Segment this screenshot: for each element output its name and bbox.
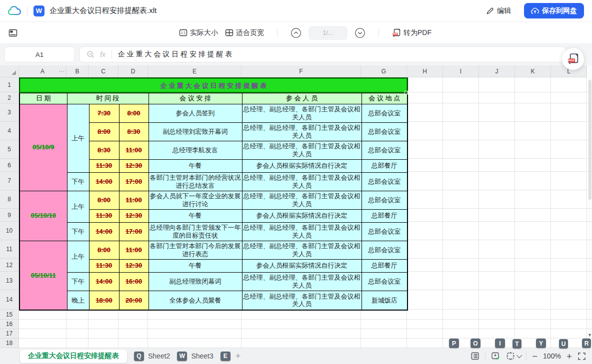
- key-hint-badge[interactable]: P: [449, 339, 459, 348]
- time-end-cell[interactable]: 11:00: [119, 191, 148, 209]
- attendees-cell[interactable]: 总经理、副总经理、各部门主管及会议相关人员: [242, 104, 362, 122]
- meeting-cell[interactable]: 副总经理刘宏致开幕词: [148, 122, 242, 141]
- sheet-tab-sheet3[interactable]: Sheet3: [191, 352, 213, 360]
- column-header-K[interactable]: K: [515, 65, 551, 77]
- zoom-in-button[interactable]: +: [566, 352, 572, 361]
- column-header-J[interactable]: J: [479, 65, 515, 77]
- location-cell[interactable]: 新城饭店: [362, 291, 408, 310]
- cell-reference-box[interactable]: A1: [4, 46, 75, 62]
- select-all-corner[interactable]: [0, 65, 19, 77]
- row-header-5[interactable]: 5: [0, 140, 19, 159]
- new-view-button[interactable]: [491, 352, 500, 361]
- time-end-cell[interactable]: 16:00: [119, 272, 148, 291]
- time-start-cell[interactable]: 8:30: [89, 141, 119, 159]
- meeting-cell[interactable]: 参会人员就下一年度企业的发展进行讨论: [148, 191, 242, 209]
- table-title-cell[interactable]: 企 业 重 大 会 议 日 程 安 排 提 醒 表: [20, 78, 408, 93]
- zoom-level[interactable]: 100%: [543, 352, 561, 360]
- attendees-cell[interactable]: 参会人员根据实际情况自行决定: [242, 209, 362, 222]
- key-hint-badge[interactable]: R: [582, 339, 591, 348]
- time-start-cell[interactable]: 14:00: [89, 172, 119, 191]
- time-start-cell[interactable]: 18:00: [89, 291, 119, 310]
- time-start-cell[interactable]: 11:30: [89, 159, 119, 172]
- row-header-4[interactable]: 4: [0, 122, 19, 140]
- attendees-cell[interactable]: 参会人员根据实际情况自行决定: [242, 259, 362, 272]
- time-start-cell[interactable]: 14:00: [89, 272, 119, 291]
- row-header-13[interactable]: 13: [0, 272, 19, 290]
- meeting-cell[interactable]: 总经理李航发言: [148, 141, 242, 159]
- edit-button[interactable]: 编辑: [486, 6, 511, 15]
- attendees-cell[interactable]: 总经理、副总经理、各部门主管及会议相关人员: [242, 291, 362, 310]
- meeting-cell[interactable]: 午餐: [148, 259, 242, 272]
- meeting-cell[interactable]: 午餐: [148, 159, 242, 172]
- row-header-8[interactable]: 8: [0, 190, 19, 209]
- location-cell[interactable]: 总部会议室: [362, 172, 408, 191]
- cloud-docs-logo[interactable]: [8, 5, 21, 16]
- row-header-3[interactable]: 3: [0, 103, 19, 122]
- time-start-cell[interactable]: 8:00: [89, 191, 119, 209]
- attendees-cell[interactable]: 总经理、副总经理、各部门主管及会议相关人员: [242, 191, 362, 209]
- row-header-7[interactable]: 7: [0, 172, 19, 190]
- meeting-cell[interactable]: 全体参会人员聚餐: [148, 291, 242, 310]
- actual-size-button[interactable]: 1:1 实际大小: [179, 28, 218, 37]
- period-cell[interactable]: 下午: [67, 172, 89, 191]
- meeting-cell[interactable]: 午餐: [148, 209, 242, 222]
- fit-width-button[interactable]: 适合页宽: [225, 28, 264, 37]
- attendees-cell[interactable]: 总经理、副总经理、各部门主管及会议相关人员: [242, 141, 362, 159]
- key-hint-badge[interactable]: U: [559, 339, 568, 349]
- column-header-C[interactable]: C: [88, 65, 118, 77]
- date-cell[interactable]: 05/10/10: [20, 191, 67, 241]
- meeting-cell[interactable]: 参会人员签到: [148, 104, 242, 122]
- row-header-6[interactable]: 6: [0, 159, 19, 172]
- fx-icon[interactable]: fx: [100, 50, 106, 58]
- hidden-columns-ellipsis[interactable]: ⋯: [58, 68, 64, 75]
- key-hint-badge[interactable]: O: [470, 339, 480, 348]
- row-header-2[interactable]: 2: [0, 92, 19, 103]
- location-cell[interactable]: 总部会议室: [362, 104, 408, 122]
- time-start-cell[interactable]: 11:30: [89, 209, 119, 222]
- floating-pdf-convert-button[interactable]: PDF: [562, 48, 584, 70]
- time-start-cell[interactable]: 14:00: [89, 222, 119, 241]
- key-hint-badge[interactable]: E: [220, 352, 230, 361]
- time-start-cell[interactable]: 8:00: [89, 122, 119, 141]
- sheet-tab-sheet2[interactable]: Sheet2: [148, 352, 170, 360]
- header-date-cell[interactable]: 日 期: [20, 93, 67, 104]
- location-cell[interactable]: 总部会议室: [362, 122, 408, 141]
- selection-mode-button[interactable]: [506, 352, 520, 361]
- location-cell[interactable]: 总部会议室: [362, 272, 408, 291]
- time-end-cell[interactable]: 12:30: [119, 159, 148, 172]
- period-cell[interactable]: 晚上: [67, 291, 89, 310]
- formula-input[interactable]: fx 企 业 重 大 会 议 日 程 安 排 提 醒 表: [79, 46, 566, 62]
- period-cell[interactable]: 上午: [67, 104, 89, 172]
- time-end-cell[interactable]: 12:30: [119, 209, 148, 222]
- location-cell[interactable]: 总部会议室: [362, 241, 408, 259]
- key-hint-badge[interactable]: Y: [536, 339, 546, 348]
- time-end-cell[interactable]: 8:00: [119, 104, 148, 122]
- column-header-A[interactable]: A⋯: [19, 65, 66, 77]
- column-header-H[interactable]: H: [407, 65, 443, 77]
- column-header-D[interactable]: D: [118, 65, 148, 77]
- column-header-B[interactable]: B: [66, 65, 88, 77]
- header-location-cell[interactable]: 会 议 地 点: [362, 93, 408, 104]
- header-time-cell[interactable]: 时 间 段: [67, 93, 148, 104]
- fill-handle[interactable]: [404, 91, 408, 94]
- key-hint-badge[interactable]: T: [512, 339, 522, 349]
- meeting-cell[interactable]: 总经理向各部门主管颁发下一年度的目标责任状: [148, 222, 242, 241]
- period-cell[interactable]: 下午: [67, 272, 89, 291]
- meeting-cell[interactable]: 副总经理致闭幕词: [148, 272, 242, 291]
- time-start-cell[interactable]: 7:30: [89, 104, 119, 122]
- location-cell[interactable]: 总部餐厅: [362, 159, 408, 172]
- sheet-navigation-button[interactable]: [470, 352, 480, 361]
- zoom-out-button[interactable]: −: [532, 352, 538, 361]
- attendees-cell[interactable]: 总经理、副总经理、各部门主管及会议相关人员: [242, 122, 362, 141]
- location-cell[interactable]: 总部会议室: [362, 191, 408, 209]
- meeting-cell[interactable]: 各部门主管对本部门的经营状况进行总结发言: [148, 172, 242, 191]
- time-end-cell[interactable]: 20:00: [119, 291, 148, 310]
- date-cell[interactable]: 05/10/11: [20, 241, 67, 310]
- time-end-cell[interactable]: 17:00: [119, 172, 148, 191]
- row-header-12[interactable]: 12: [0, 259, 19, 272]
- next-page-button[interactable]: [354, 27, 366, 38]
- time-end-cell[interactable]: 12:30: [119, 259, 148, 272]
- attendees-cell[interactable]: 总经理、副总经理、各部门主管及会议相关人员: [242, 222, 362, 241]
- period-cell[interactable]: 上午: [67, 241, 89, 272]
- add-sheet-button[interactable]: +: [236, 351, 241, 362]
